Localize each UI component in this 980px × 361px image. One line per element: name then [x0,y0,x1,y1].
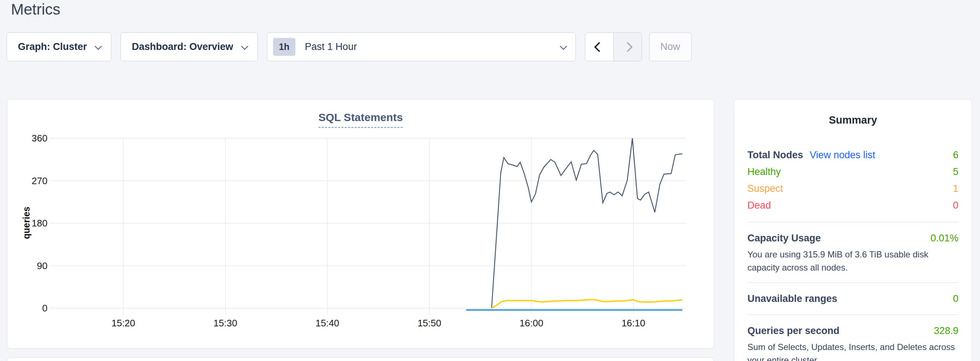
x-axis-tick: 15:20 [102,318,145,329]
time-shift-buttons [585,32,642,61]
queries-per-second-description: Sum of Selects, Updates, Inserts, and De… [748,340,958,361]
capacity-usage-section: Capacity Usage 0.01% You are using 315.9… [748,230,958,274]
time-next-button[interactable] [613,33,641,61]
time-range-dropdown[interactable]: 1h Past 1 Hour [267,32,576,61]
capacity-usage-description: You are using 315.9 MiB of 3.6 TiB usabl… [748,248,958,274]
unavailable-ranges-value: 0 [953,293,958,304]
divider [748,314,958,315]
yellow-series [492,300,682,308]
x-axis-tick: 15:40 [305,318,349,329]
dead-nodes-row: Dead 0 [748,197,958,214]
metrics-page: { "header": { "title": "Metrics" }, "con… [0,0,980,361]
chevron-right-icon [622,41,632,52]
suspect-nodes-row: Suspect 1 [748,180,958,197]
dead-value: 0 [953,200,958,211]
x-axis-tick: 15:30 [204,318,247,329]
capacity-usage-label: Capacity Usage [748,233,821,244]
queries-per-second-label: Queries per second [748,325,839,337]
total-nodes-row: Total Nodes View nodes list 6 [748,147,958,163]
graph-selector-dropdown[interactable]: Graph: Cluster [6,32,111,61]
total-nodes-label: Total Nodes [748,149,803,161]
healthy-value: 5 [953,166,958,177]
x-axis-tick: 16:10 [612,318,655,329]
suspect-label: Suspect [748,183,783,194]
now-button[interactable]: Now [649,32,692,61]
y-axis-tick: 270 [7,176,48,186]
queries-per-second-value: 328.9 [934,325,958,337]
unavailable-ranges-label: Unavailable ranges [748,293,837,304]
y-axis-tick: 90 [7,260,48,271]
capacity-usage-value: 0.01% [930,233,958,244]
divider [748,222,958,222]
chevron-left-icon [594,41,604,52]
y-axis-tick: 0 [7,302,48,314]
node-status-list: Total Nodes View nodes list 6 Healthy 5 … [748,147,958,214]
chevron-down-icon [241,42,248,50]
x-axis-tick: 15:50 [407,318,451,329]
healthy-nodes-row: Healthy 5 [748,163,958,180]
dashboard-selector-label: Dashboard: Overview [132,41,233,52]
healthy-label: Healthy [748,166,781,177]
y-axis-tick: 180 [7,218,48,229]
view-nodes-list-link[interactable]: View nodes list [810,149,876,161]
time-prev-button[interactable] [585,33,613,61]
x-axis-tick: 16:00 [509,318,553,329]
chevron-down-icon [95,42,102,50]
divider [748,282,958,283]
time-range-label: Past 1 Hour [305,41,357,52]
sql-statements-chart-card: SQL Statements queries 090180270360 15:2… [7,99,714,348]
dashboard-selector-dropdown[interactable]: Dashboard: Overview [121,32,258,61]
summary-title: Summary [748,114,958,126]
chart-title[interactable]: SQL Statements [318,111,403,128]
graph-selector-label: Graph: Cluster [18,41,87,52]
chevron-down-icon [560,42,567,50]
line-chart-plot[interactable] [53,138,686,318]
unavailable-ranges-section: Unavailable ranges 0 [748,291,958,306]
suspect-value: 1 [953,183,958,194]
total-nodes-value: 6 [953,149,958,161]
next-chart-card [7,357,714,361]
summary-panel: Summary Total Nodes View nodes list 6 He… [734,99,972,361]
y-axis-tick: 360 [7,133,48,144]
queries-per-second-section: Queries per second 328.9 Sum of Selects,… [748,323,958,361]
dead-label: Dead [748,200,771,211]
page-title: Metrics [11,1,60,18]
controls-bar: Graph: Cluster Dashboard: Overview 1h Pa… [6,32,692,61]
time-range-badge: 1h [273,38,295,56]
